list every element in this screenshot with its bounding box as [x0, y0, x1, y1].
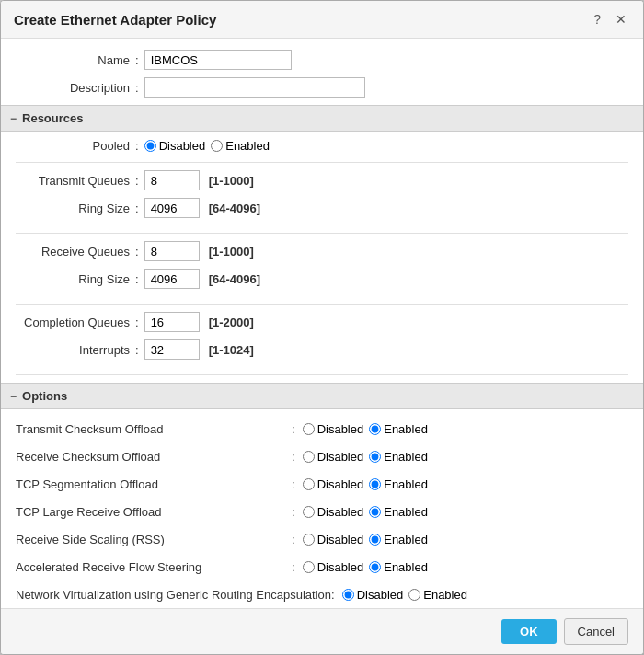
options-radio-group-0: DisabledEnabled: [303, 422, 428, 436]
receive-ring-colon: :: [135, 272, 139, 286]
header-icons: ? ✕: [590, 10, 630, 29]
options-disabled-option-1[interactable]: Disabled: [303, 450, 364, 464]
options-disabled-label-4: Disabled: [317, 533, 364, 546]
options-enabled-radio-6[interactable]: [408, 589, 420, 601]
options-disabled-label-2: Disabled: [317, 477, 364, 491]
ok-button[interactable]: OK: [501, 619, 557, 644]
transmit-queues-row: Transmit Queues : [1-1000]: [16, 170, 628, 190]
receive-ring-range: [64-4096]: [209, 272, 260, 286]
completion-queues-row: Completion Queues : [1-2000]: [16, 312, 628, 332]
resources-collapse-icon[interactable]: −: [10, 112, 17, 125]
options-enabled-radio-5[interactable]: [369, 561, 381, 573]
transmit-ring-colon: :: [135, 201, 139, 215]
options-enabled-label-2: Enabled: [384, 477, 428, 491]
transmit-subsection: Transmit Queues : [1-1000] Ring Size : […: [16, 170, 628, 234]
options-enabled-label-1: Enabled: [384, 450, 428, 464]
transmit-queues-label: Transmit Queues: [16, 174, 135, 188]
transmit-ring-label: Ring Size: [16, 201, 135, 215]
options-disabled-radio-2[interactable]: [303, 478, 315, 490]
interrupts-label: Interrupts: [16, 343, 135, 357]
pooled-disabled-label: Disabled: [159, 139, 206, 153]
options-label-0: Transmit Checksum Offload: [16, 422, 292, 436]
options-disabled-label-3: Disabled: [317, 505, 364, 519]
options-colon-6: :: [331, 588, 335, 602]
options-label-3: TCP Large Receive Offload: [16, 505, 292, 519]
help-button[interactable]: ?: [590, 10, 604, 29]
options-disabled-option-4[interactable]: Disabled: [303, 533, 364, 546]
dialog-title: Create Ethernet Adapter Policy: [14, 12, 216, 28]
options-enabled-label-0: Enabled: [384, 422, 428, 436]
pooled-colon: :: [135, 139, 139, 153]
options-collapse-icon[interactable]: −: [10, 390, 17, 403]
options-disabled-option-6[interactable]: Disabled: [342, 588, 404, 602]
receive-queues-range: [1-1000]: [209, 245, 254, 259]
transmit-queues-colon: :: [135, 174, 139, 188]
pooled-disabled-radio[interactable]: [144, 140, 156, 152]
options-enabled-option-2[interactable]: Enabled: [369, 477, 428, 491]
transmit-queues-input[interactable]: [144, 170, 200, 190]
options-row-0: Transmit Checksum Offload:DisabledEnable…: [16, 417, 628, 441]
completion-queues-label: Completion Queues: [16, 316, 135, 329]
options-disabled-option-0[interactable]: Disabled: [303, 422, 364, 436]
options-enabled-option-4[interactable]: Enabled: [369, 533, 428, 546]
options-enabled-option-0[interactable]: Enabled: [369, 422, 428, 436]
options-radio-group-5: DisabledEnabled: [303, 560, 428, 574]
pooled-enabled-option[interactable]: Enabled: [211, 139, 270, 153]
options-enabled-radio-2[interactable]: [369, 478, 381, 490]
description-input[interactable]: [144, 77, 365, 98]
resources-section-label: Resources: [22, 111, 83, 125]
pooled-label: Pooled: [16, 139, 135, 153]
options-label-5: Accelerated Receive Flow Steering: [16, 560, 292, 574]
create-ethernet-adapter-policy-dialog: Create Ethernet Adapter Policy ? ✕ Name …: [0, 0, 644, 655]
options-enabled-option-6[interactable]: Enabled: [408, 588, 467, 602]
name-input[interactable]: [144, 50, 292, 70]
options-disabled-radio-5[interactable]: [303, 561, 315, 573]
options-enabled-label-4: Enabled: [384, 533, 428, 546]
options-disabled-radio-3[interactable]: [303, 506, 315, 518]
options-row-5: Accelerated Receive Flow Steering:Disabl…: [16, 555, 628, 579]
options-enabled-option-3[interactable]: Enabled: [369, 505, 428, 519]
options-enabled-option-5[interactable]: Enabled: [369, 560, 428, 574]
interrupts-colon: :: [135, 343, 139, 357]
options-disabled-label-5: Disabled: [317, 560, 364, 574]
options-disabled-radio-4[interactable]: [303, 534, 315, 546]
dialog-body: Name : Description : − Resources Pooled …: [1, 39, 643, 608]
options-radio-group-2: DisabledEnabled: [303, 477, 428, 491]
options-enabled-label-5: Enabled: [384, 560, 428, 574]
receive-queues-input[interactable]: [144, 241, 200, 261]
options-row-6: Network Virtualization using Generic Rou…: [16, 582, 628, 606]
completion-queues-colon: :: [135, 316, 139, 329]
options-disabled-option-2[interactable]: Disabled: [303, 477, 364, 491]
options-label-1: Receive Checksum Offload: [16, 450, 292, 464]
options-enabled-label-6: Enabled: [423, 588, 467, 602]
completion-queues-input[interactable]: [144, 312, 200, 332]
transmit-ring-input[interactable]: [144, 198, 200, 218]
options-enabled-radio-4[interactable]: [369, 534, 381, 546]
options-colon-2: :: [292, 477, 295, 491]
completion-queues-range: [1-2000]: [209, 316, 254, 329]
options-colon-3: :: [292, 505, 295, 519]
options-disabled-radio-0[interactable]: [303, 423, 315, 435]
close-button[interactable]: ✕: [612, 10, 630, 29]
options-disabled-option-3[interactable]: Disabled: [303, 505, 364, 519]
options-enabled-radio-0[interactable]: [369, 423, 381, 435]
options-enabled-label-3: Enabled: [384, 505, 428, 519]
options-disabled-option-5[interactable]: Disabled: [303, 560, 364, 574]
options-enabled-radio-3[interactable]: [369, 506, 381, 518]
options-disabled-radio-6[interactable]: [342, 589, 354, 601]
pooled-radio-group: Disabled Enabled: [144, 139, 270, 153]
receive-ring-input[interactable]: [144, 269, 200, 289]
options-enabled-radio-1[interactable]: [369, 451, 381, 463]
interrupts-input[interactable]: [144, 339, 200, 360]
transmit-ring-range: [64-4096]: [209, 201, 260, 215]
pooled-enabled-label: Enabled: [225, 139, 270, 153]
options-enabled-option-1[interactable]: Enabled: [369, 450, 428, 464]
pooled-disabled-option[interactable]: Disabled: [144, 139, 206, 153]
options-disabled-radio-1[interactable]: [303, 451, 315, 463]
name-row: Name :: [16, 50, 628, 70]
pooled-enabled-radio[interactable]: [211, 140, 223, 152]
options-colon-1: :: [292, 450, 295, 464]
dialog-header: Create Ethernet Adapter Policy ? ✕: [1, 1, 643, 39]
receive-ring-row: Ring Size : [64-4096]: [16, 269, 628, 289]
cancel-button[interactable]: Cancel: [564, 618, 628, 645]
